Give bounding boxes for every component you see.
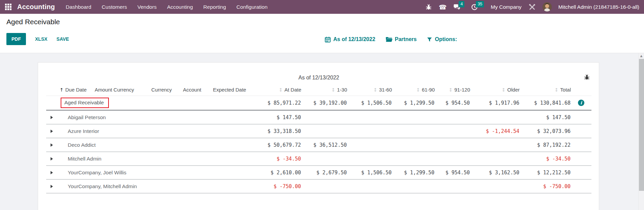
amount-cell [302,179,348,193]
voip-phone-icon[interactable]: ☎ [439,4,447,10]
amount-cell [348,138,393,152]
amount-cell: $ -1,244.54 [471,124,520,138]
amount-cell [471,152,520,166]
amount-cell: $ 36,512.50 [302,138,348,152]
table-row[interactable]: Mitchell Admin$ -34.50$ -34.50 [46,152,591,166]
amount-cell [471,138,520,152]
total-31-60: $ 1,506.50 [348,96,393,110]
filter-funnel-icon [427,37,432,42]
report-name-annotation: Aged Receivable [61,98,109,108]
messages-badge: 4 [459,1,464,8]
messages-icon[interactable]: 4 [453,4,464,10]
report-filters: As of 12/13/2022 Partners Options: [325,33,457,46]
amount-cell: $ 32,073.96 [520,124,572,138]
expand-caret[interactable] [46,124,60,138]
tools-icon[interactable] [528,3,536,11]
page-title: Aged Receivable [6,18,60,26]
app-brand[interactable]: Accounting [17,3,55,11]
caret-right-icon [51,171,53,174]
amount-cell [435,138,471,152]
total-1-30: $ 39,192.00 [302,96,348,110]
amount-cell [435,110,471,125]
amount-cell [393,152,435,166]
amount-cell: $ 1,299.50 [393,166,435,179]
col-1-30[interactable]: ↕1-30 [302,85,348,96]
amount-cell [302,124,348,138]
partner-name: Mitchell Admin [60,152,257,166]
user-menu[interactable]: Mitchell Admin (21847185-16-0-all) [558,4,639,10]
as-of-date-header: As of 12/13/2022 [46,63,591,85]
expand-caret[interactable] [46,166,60,179]
save-button[interactable]: SAVE [57,33,69,45]
activities-badge: 35 [476,1,484,8]
expand-caret[interactable] [46,110,60,125]
nav-menu-dashboard[interactable]: Dashboard [65,3,92,11]
table-row-total[interactable]: Aged Receivable $ 85,971.22 $ 39,192.00 … [46,96,591,110]
amount-cell: $ -750.00 [257,179,302,193]
partners-filter[interactable]: Partners [386,36,417,42]
sort-asc-icon: ↑ [60,87,64,93]
sort-both-icon: ↕ [449,87,453,93]
partner-name: YourCompany, Joel Willis [60,166,257,179]
partner-name: Deco Addict [60,138,257,152]
debug-icon[interactable] [425,4,432,10]
amount-cell: $ 2,679.50 [302,166,348,179]
nav-menu-configuration[interactable]: Configuration [236,3,268,11]
nav-menu-accounting[interactable]: Accounting [166,3,194,11]
table-row[interactable]: YourCompany, Mitchell Admin$ -750.00$ -7… [46,179,591,193]
sort-both-icon: ↕ [502,87,506,93]
navbar-right: ☎ 4 35 My Company [425,2,639,11]
sort-both-icon: ↕ [555,87,559,93]
pdf-button[interactable]: PDF [6,33,26,45]
company-switcher[interactable]: My Company [491,4,521,10]
total-at-date: $ 85,971.22 [257,96,302,110]
table-row[interactable]: YourCompany, Joel Willis$ 2,610.00$ 2,67… [46,166,591,179]
date-filter[interactable]: As of 12/13/2022 [325,36,375,43]
amount-cell: $ 33,318.50 [257,124,302,138]
amount-cell [348,152,393,166]
col-amount-currency[interactable]: Amount Currency [95,85,151,96]
sort-both-icon: ↕ [279,87,283,93]
xlsx-button[interactable]: XLSX [35,33,48,45]
table-row[interactable]: Azure Interior$ 33,318.50$ -1,244.54$ 32… [46,124,591,138]
info-icon[interactable]: i [578,100,584,106]
col-due-date[interactable]: ↑Due Date [60,85,95,96]
caret-right-icon [51,157,53,161]
table-bug-icon[interactable] [584,74,590,82]
user-avatar[interactable] [543,2,552,11]
col-at-date[interactable]: ↕At Date [257,85,302,96]
amount-cell [302,110,348,125]
nav-menu-customers[interactable]: Customers [101,3,128,11]
col-31-60[interactable]: ↕31-60 [348,85,393,96]
activities-clock-icon[interactable]: 35 [471,4,484,10]
table-row[interactable]: Deco Addict$ 50,679.72$ 36,512.50$ 87,19… [46,138,591,152]
amount-cell: $ -750.00 [520,179,572,193]
apps-menu-icon[interactable] [5,3,12,10]
expand-caret[interactable] [46,152,60,166]
amount-cell [471,179,520,193]
vertical-scrollbar[interactable]: ▲ [638,53,644,210]
expand-caret[interactable] [46,138,60,152]
nav-menu-vendors[interactable]: Vendors [137,3,157,11]
amount-cell [435,152,471,166]
col-61-90[interactable]: ↕61-90 [393,85,435,96]
col-total[interactable]: ↕Total [520,85,572,96]
amount-cell [471,110,520,125]
column-header-row: ↑Due Date Amount Currency Currency Accou… [46,85,591,96]
amount-cell: $ 2,610.00 [257,166,302,179]
amount-cell [435,179,471,193]
col-account[interactable]: Account [183,85,213,96]
expand-caret[interactable] [46,179,60,193]
sort-both-icon: ↕ [373,87,377,93]
table-row[interactable]: Abigail Peterson$ 147.50$ 147.50 [46,110,591,125]
scrollbar-thumb[interactable] [639,59,644,191]
col-currency[interactable]: Currency [151,85,183,96]
caret-right-icon [51,130,53,133]
amount-cell [393,110,435,125]
nav-menu-reporting[interactable]: Reporting [203,3,226,11]
options-filter[interactable]: Options: [427,36,457,42]
col-older[interactable]: ↕Older [471,85,520,96]
col-expected-date[interactable]: Expected Date [213,85,257,96]
scrollbar-up-icon[interactable]: ▲ [639,53,644,59]
col-91-120[interactable]: ↕91-120 [435,85,471,96]
